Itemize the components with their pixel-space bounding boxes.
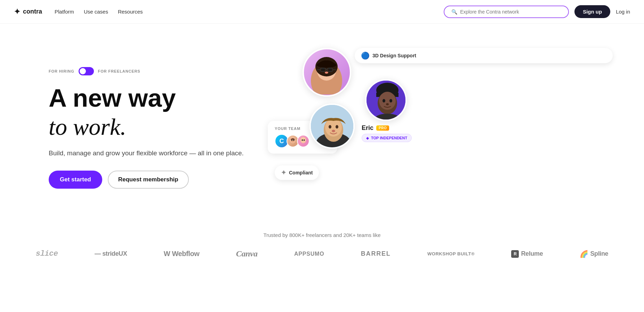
pro-badge: PRO bbox=[376, 125, 389, 131]
strideux-arrow: — bbox=[95, 250, 102, 257]
toggle-label-hiring: FOR HIRING bbox=[49, 69, 74, 73]
toggle-knob bbox=[80, 68, 86, 74]
barrel-text: BARREL bbox=[361, 250, 391, 257]
canva-text: Canva bbox=[236, 249, 258, 258]
compliant-label: Compliant bbox=[289, 170, 313, 175]
eric-name-row: Eric PRO bbox=[362, 124, 389, 132]
search-bar[interactable]: 🔍 bbox=[444, 6, 569, 18]
nav-platform[interactable]: Platform bbox=[55, 9, 74, 15]
avatar-main-man-image bbox=[311, 105, 355, 149]
check-circle-icon: ✦ bbox=[281, 169, 286, 176]
logo-relume: R Relume bbox=[511, 250, 543, 258]
svg-point-21 bbox=[291, 139, 293, 141]
hero-description: Build, manage and grow your flexible wor… bbox=[49, 148, 257, 158]
compliant-badge: ✦ Compliant bbox=[275, 165, 319, 180]
get-started-button[interactable]: Get started bbox=[49, 171, 102, 189]
design-badge-text: 3D Design Support bbox=[372, 53, 416, 58]
svg-point-30 bbox=[329, 125, 331, 129]
svg-point-5 bbox=[325, 72, 328, 74]
logos-row: slice — strideUX W Webflow Canva APPSUMO… bbox=[14, 249, 630, 258]
webflow-text: Webflow bbox=[172, 250, 199, 257]
design-icon: 🔵 bbox=[361, 51, 370, 60]
svg-point-32 bbox=[332, 130, 335, 132]
logo-text: contra bbox=[23, 8, 42, 15]
search-icon: 🔍 bbox=[451, 9, 457, 15]
logo-barrel: BARREL bbox=[361, 250, 391, 257]
request-membership-button[interactable]: Request membership bbox=[108, 171, 189, 189]
svg-point-31 bbox=[336, 125, 338, 129]
top-independent-badge: ◆ TOP INDEPENDENT bbox=[362, 134, 412, 142]
search-input[interactable] bbox=[460, 9, 561, 15]
toggle-label-freelancers: FOR FREELANCERS bbox=[98, 69, 140, 73]
hero-left: FOR HIRING FOR FREELANCERS A new way to … bbox=[49, 67, 257, 189]
hero-title-line2: to work. bbox=[49, 114, 257, 140]
top-independent-label: TOP INDEPENDENT bbox=[371, 136, 407, 140]
relume-text: Relume bbox=[521, 250, 543, 257]
logo-canva: Canva bbox=[236, 249, 258, 258]
trusted-section: Trusted by 800K+ freelancers and 20K+ te… bbox=[0, 225, 644, 272]
nav-left: ✦ contra Platform Use cases Resources bbox=[14, 7, 143, 16]
eric-card: Eric PRO ◆ TOP INDEPENDENT bbox=[362, 124, 616, 142]
svg-point-22 bbox=[293, 139, 295, 141]
logo-webflow: W Webflow bbox=[164, 250, 200, 258]
toggle-switch[interactable] bbox=[79, 67, 94, 75]
strideux-text: strideUX bbox=[102, 250, 127, 257]
logo-appsumo: APPSUMO bbox=[294, 251, 324, 257]
hero-right: 🔵 3D Design Support bbox=[257, 44, 616, 211]
slice-text: slice bbox=[36, 249, 58, 258]
signup-button[interactable]: Sign up bbox=[574, 5, 610, 18]
svg-point-15 bbox=[383, 99, 385, 102]
logo-strideux: — strideUX bbox=[95, 250, 127, 257]
svg-point-23 bbox=[300, 137, 306, 143]
spline-icon: 🌈 bbox=[580, 250, 588, 258]
eric-name: Eric bbox=[362, 124, 373, 132]
avatar-eric bbox=[365, 79, 407, 121]
team-avatar-2 bbox=[297, 135, 309, 147]
avatar-eric-image bbox=[367, 81, 407, 121]
svg-point-25 bbox=[304, 139, 305, 141]
webflow-w: W bbox=[164, 250, 172, 257]
svg-point-17 bbox=[386, 103, 389, 105]
hero-buttons: Get started Request membership bbox=[49, 171, 257, 189]
svg-point-16 bbox=[389, 99, 392, 102]
hero-title-line1: A new way bbox=[49, 85, 257, 112]
svg-point-24 bbox=[302, 139, 303, 141]
login-button[interactable]: Log in bbox=[616, 9, 630, 15]
logo-star: ✦ bbox=[14, 7, 20, 16]
logo-spline: 🌈 Spline bbox=[580, 250, 609, 258]
workshopbuilt-text: WORKSHOP BUILT® bbox=[427, 251, 475, 256]
avatar-woman bbox=[303, 48, 351, 97]
nav-links: Platform Use cases Resources bbox=[55, 9, 143, 15]
navigation: ✦ contra Platform Use cases Resources 🔍 … bbox=[0, 0, 644, 24]
nav-resources[interactable]: Resources bbox=[118, 9, 143, 15]
logo-workshopbuilt: WORKSHOP BUILT® bbox=[427, 251, 475, 256]
nav-use-cases[interactable]: Use cases bbox=[84, 9, 108, 15]
hero-section: FOR HIRING FOR FREELANCERS A new way to … bbox=[0, 24, 644, 225]
nav-right: 🔍 Sign up Log in bbox=[444, 5, 630, 18]
trusted-text: Trusted by 800K+ freelancers and 20K+ te… bbox=[14, 232, 630, 238]
appsumo-text: APPSUMO bbox=[294, 251, 324, 257]
diamond-icon: ◆ bbox=[366, 136, 369, 140]
avatar-woman-image bbox=[304, 49, 349, 95]
relume-icon: R bbox=[511, 250, 519, 258]
toggle-row: FOR HIRING FOR FREELANCERS bbox=[49, 67, 257, 75]
avatar-main-man bbox=[309, 104, 355, 149]
spline-text: Spline bbox=[590, 250, 608, 257]
design-support-badge: 🔵 3D Design Support bbox=[355, 48, 613, 63]
logo-slice: slice bbox=[36, 249, 58, 258]
logo[interactable]: ✦ contra bbox=[14, 7, 42, 16]
